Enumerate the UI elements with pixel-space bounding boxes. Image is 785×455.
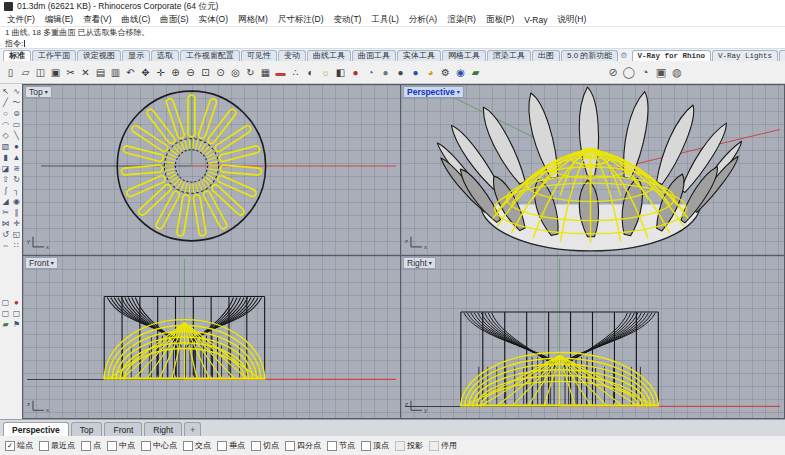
osnap-checkbox-12[interactable] <box>429 441 439 451</box>
osnap-checkbox-0[interactable]: ✓ <box>5 441 15 451</box>
osnap-toggle-5[interactable]: 交点 <box>183 440 211 451</box>
save-icon[interactable]: ◫ <box>33 64 48 80</box>
viewport-menu-arrow-icon[interactable]: ▾ <box>45 88 48 96</box>
sweep-icon[interactable]: ∫ <box>0 185 11 196</box>
toolbar-tab-5[interactable]: 工作视窗配置 <box>180 50 240 61</box>
viewport-menu-arrow-icon[interactable]: ▾ <box>51 259 54 267</box>
rotate-icon[interactable]: ↺ <box>0 229 11 240</box>
osnap-toggle-12[interactable]: 停用 <box>429 440 457 451</box>
arc-icon[interactable]: ◠ <box>0 119 11 130</box>
osnap-toggle-10[interactable]: 顶点 <box>361 440 389 451</box>
trim-icon[interactable]: ✂ <box>0 207 11 218</box>
menu-item-9[interactable]: 工具(L) <box>366 14 403 26</box>
menu-item-0[interactable]: 文件(F) <box>2 14 40 26</box>
osnap-toggle-8[interactable]: 四分点 <box>285 440 321 451</box>
osnap-toggle-1[interactable]: 最近点 <box>39 440 75 451</box>
zoom-out-icon[interactable]: ⊖ <box>183 64 198 80</box>
viewport-menu-arrow-icon[interactable]: ▾ <box>429 259 432 267</box>
sphere-icon[interactable]: ● <box>11 141 22 152</box>
mirror-icon[interactable]: ⇔ <box>0 240 11 251</box>
viewport-perspective-label[interactable]: Perspective ▾ <box>403 86 464 98</box>
menu-item-13[interactable]: V-Ray <box>519 15 552 25</box>
vray-frame-buffer-icon[interactable]: ▣ <box>654 65 668 79</box>
menu-item-3[interactable]: 曲线(C) <box>117 14 156 26</box>
menu-item-6[interactable]: 网格(M) <box>233 14 273 26</box>
osnap-checkbox-2[interactable] <box>81 441 91 451</box>
osnap-checkbox-5[interactable] <box>183 441 193 451</box>
toolbar-options-gear-icon[interactable]: ⚙ <box>620 51 627 60</box>
osnap-checkbox-3[interactable] <box>107 441 117 451</box>
cylinder-icon[interactable]: ▮ <box>0 152 11 163</box>
toolbar-tab-10[interactable]: 实体工具 <box>397 50 441 61</box>
copy-icon[interactable]: ▤ <box>93 64 108 80</box>
osnap-toggle-4[interactable]: 中心点 <box>141 440 177 451</box>
paste-icon[interactable]: ▥ <box>108 64 123 80</box>
line-icon[interactable]: ╲ <box>11 130 22 141</box>
ghosted-view-icon[interactable]: ● <box>393 64 408 80</box>
polygon-icon[interactable]: ◇ <box>0 130 11 141</box>
array-icon[interactable]: ∷ <box>11 240 22 251</box>
menu-item-7[interactable]: 尺寸标注(D) <box>273 14 329 26</box>
viewport-tab-right[interactable]: Right <box>144 422 182 436</box>
menu-item-1[interactable]: 编辑(E) <box>40 14 78 26</box>
polyline-icon[interactable]: ╱ <box>0 97 11 108</box>
chamfer-icon[interactable]: ◢ <box>0 196 11 207</box>
osnap-checkbox-1[interactable] <box>39 441 49 451</box>
vray-render-icon[interactable]: ⊘ <box>606 65 620 79</box>
toolbar-tab-6[interactable]: 可见性 <box>241 50 277 61</box>
menu-item-12[interactable]: 面板(P) <box>481 14 519 26</box>
undo-icon[interactable]: ↶ <box>123 64 138 80</box>
join-icon[interactable]: ⋈ <box>0 218 11 229</box>
menu-item-8[interactable]: 变动(T) <box>329 14 367 26</box>
object-snap-icon[interactable]: ∴ <box>288 64 303 80</box>
toolbar-tab-0[interactable]: 标准 <box>3 50 31 61</box>
circle-icon[interactable]: ○ <box>0 108 11 119</box>
menu-item-4[interactable]: 曲面(S) <box>155 14 193 26</box>
boolean-union-icon[interactable]: ◉ <box>11 196 22 207</box>
toolbar-tab-7[interactable]: 变动 <box>278 50 306 61</box>
split-icon[interactable]: ∥ <box>11 207 22 218</box>
rendered-view-icon[interactable]: ● <box>408 64 423 80</box>
toolbar-tab-3[interactable]: 显示 <box>122 50 150 61</box>
named-view-icon[interactable]: ▢ <box>0 308 11 319</box>
zoom-extents-icon[interactable]: ◎ <box>228 64 243 80</box>
render-icon[interactable]: ● <box>348 64 363 80</box>
vray-tab-1[interactable]: V-Ray Lights <box>712 50 778 61</box>
loft-icon[interactable]: ≋ <box>11 163 22 174</box>
viewport-top-label[interactable]: Top ▾ <box>25 86 52 98</box>
toolbar-tab-2[interactable]: 设定视图 <box>77 50 121 61</box>
camera-icon[interactable]: ▢ <box>11 308 22 319</box>
osnap-checkbox-7[interactable] <box>251 441 261 451</box>
open-file-icon[interactable]: ▱ <box>18 64 33 80</box>
osnap-toggle-11[interactable]: 投影 <box>395 440 423 451</box>
surface-icon[interactable]: ◪ <box>0 163 11 174</box>
new-viewport-tab[interactable]: + <box>184 422 201 436</box>
osnap-checkbox-8[interactable] <box>285 441 295 451</box>
menu-item-14[interactable]: 说明(H) <box>552 14 591 26</box>
raytrace-icon[interactable]: ◕ <box>423 64 438 80</box>
fillet-icon[interactable]: ┐ <box>11 185 22 196</box>
hide-object-icon[interactable]: ◐ <box>303 64 318 80</box>
osnap-checkbox-4[interactable] <box>141 441 151 451</box>
toolbar-tab-11[interactable]: 网格工具 <box>442 50 486 61</box>
move-icon[interactable]: ✛ <box>11 218 22 229</box>
zoom-selected-icon[interactable]: ⊙ <box>213 64 228 80</box>
snapshot-icon[interactable]: ▢ <box>0 297 11 308</box>
viewport-front[interactable]: zx Front ▾ <box>23 256 400 418</box>
zoom-in-icon[interactable]: ⊕ <box>168 64 183 80</box>
help-icon[interactable]: ◉ <box>453 64 468 80</box>
toolbar-tab-8[interactable]: 曲线工具 <box>307 50 351 61</box>
zoom-window-icon[interactable]: ⊡ <box>198 64 213 80</box>
color-wheel-icon[interactable]: ◔ <box>363 64 378 80</box>
osnap-checkbox-10[interactable] <box>361 441 371 451</box>
viewport-right-label[interactable]: Right ▾ <box>403 257 436 269</box>
osnap-toggle-3[interactable]: 中点 <box>107 440 135 451</box>
osnap-toggle-7[interactable]: 切点 <box>251 440 279 451</box>
osnap-toggle-0[interactable]: ✓端点 <box>5 440 33 451</box>
menu-item-11[interactable]: 渲染(R) <box>442 14 481 26</box>
toolbar-tab-4[interactable]: 选取 <box>151 50 179 61</box>
toolbar-tab-9[interactable]: 曲面工具 <box>352 50 396 61</box>
selection-filter-icon[interactable]: ▰ <box>0 319 11 330</box>
osnap-checkbox-11[interactable] <box>395 441 405 451</box>
revolve-icon[interactable]: ↻ <box>11 174 22 185</box>
